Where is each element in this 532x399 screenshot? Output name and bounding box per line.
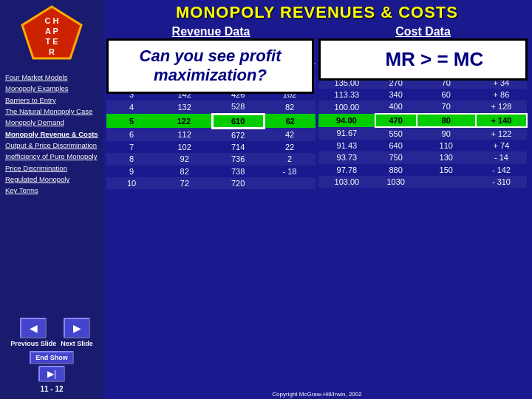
cost-cell: 91.67 [318,127,375,140]
cost-cell: 1030 [375,176,417,188]
revenue-cell: 528 [212,100,264,114]
sidebar-item-monopoly-examples[interactable]: Monopoly Examples [3,83,100,94]
cost-cell: 103.00 [318,176,375,188]
cost-cell: 80 [417,114,476,127]
svg-text:R: R [49,47,55,56]
cost-cell: + 122 [476,127,527,140]
prev-icon: ◀ [20,318,47,338]
sidebar-item-monopoly-revenue[interactable]: Monopoly Revenue & Costs [3,129,100,140]
revenue-cell: 42 [264,128,316,141]
cost-cell: 130 [417,151,476,163]
profit-max-text: Can you see profit maximization? [113,47,307,86]
cost-cell: 340 [375,89,417,100]
nav-buttons: ◀ Previous Slide ▶ Next Slide [10,318,93,348]
cost-cell: 70 [417,100,476,113]
sidebar-item-monopoly-demand[interactable]: Monopoly Demand [3,117,100,128]
next-icon: ▶ [64,318,90,338]
cost-cell: 470 [375,114,417,127]
cost-cell: 113.33 [318,89,375,100]
revenue-cell: 112 [157,128,212,141]
cost-cell: 110 [417,140,476,151]
chapter-logo: C H A P T E R [18,3,85,69]
end-row: End Show ▶| [30,351,74,382]
revenue-cell: 22 [264,141,316,153]
cost-cell: 400 [375,100,417,113]
copyright: Copyright McGraw-Hill/Irwin, 2002 [106,391,528,398]
cost-cell: + 74 [476,140,527,151]
revenue-cell: 720 [212,177,264,189]
revenue-cell: 6 [106,128,157,141]
next-label: Next Slide [61,340,93,348]
revenue-cell: 714 [212,141,264,153]
revenue-cell: 8 [106,153,157,165]
cost-cell: 150 [417,164,476,176]
revenue-cell: 92 [157,153,212,165]
price-190-label: $190 [363,55,383,65]
sidebar-item-key-terms[interactable]: Key Terms [3,185,100,196]
cost-cell: + 140 [476,114,527,127]
cost-cell: + 86 [476,89,527,100]
cost-cell: 91.43 [318,140,375,151]
slide-counter: 11 - 12 [40,385,63,393]
cost-cell: 97.78 [318,164,375,176]
sidebar: C H A P T E R Four Market Models Monopol… [0,0,103,399]
next-slide-button[interactable]: ▶ Next Slide [61,318,93,348]
revenue-cell: 9 [106,166,157,177]
revenue-cell: 5 [106,114,157,128]
svg-text:T E: T E [45,37,58,46]
sidebar-nav: Four Market Models Monopoly Examples Bar… [0,72,103,315]
cost-cell: 550 [375,127,417,140]
cost-cell: 640 [375,140,417,151]
sidebar-item-output-price[interactable]: Output & Price Discrimination [3,140,100,151]
previous-slide-button[interactable]: ◀ Previous Slide [10,318,56,348]
revenue-cell: 2 [264,153,316,165]
sidebar-item-price-discrimination[interactable]: Price Discrimination [3,163,100,174]
sidebar-item-regulated[interactable]: Regulated Monopoly [3,174,100,185]
revenue-cell: 10 [106,177,157,189]
revenue-cell: 82 [264,100,316,114]
revenue-cell: 736 [212,153,264,165]
page-title: MONOPOLY REVENUES & COSTS [106,3,528,22]
cost-cell: 880 [375,164,417,176]
mr-mc-overlay: $190 MR > = MC [318,38,528,81]
cost-cell [417,176,476,188]
content-area: Revenue Data Can you see profit maximiza… [106,25,528,389]
cost-cell: - 14 [476,151,527,163]
cost-cell: 90 [417,127,476,140]
sidebar-controls: ◀ Previous Slide ▶ Next Slide End Show ▶… [0,315,103,396]
sidebar-item-natural-monopoly[interactable]: The Natural Monopoly Case [3,106,100,117]
skip-to-end-button[interactable]: ▶| [38,366,65,382]
cost-cell: - 310 [476,176,527,188]
cost-cell: + 128 [476,100,527,113]
cost-cell: 750 [375,151,417,163]
revenue-cell [264,177,316,189]
revenue-section: Revenue Data Can you see profit maximiza… [106,25,316,389]
main-content: MONOPOLY REVENUES & COSTS Revenue Data C… [103,0,532,399]
revenue-cell: - 18 [264,166,316,177]
cost-cell: 94.00 [318,114,375,127]
revenue-cell: 738 [212,166,264,177]
prev-label: Previous Slide [10,340,56,348]
cost-section: Cost Data $190 MR > = MC AverageTotalCos… [318,25,528,389]
sidebar-item-barriers[interactable]: Barriers to Entry [3,95,100,106]
cost-cell: - 142 [476,164,527,176]
cost-cell: 93.73 [318,151,375,163]
svg-text:A P: A P [45,27,58,35]
revenue-cell: 672 [212,128,264,141]
revenue-cell: 62 [264,114,316,128]
end-show-button[interactable]: End Show [30,351,74,364]
revenue-cell: 72 [157,177,212,189]
revenue-cell: 122 [157,114,212,128]
revenue-cell: 4 [106,100,157,114]
revenue-cell: 102 [157,141,212,153]
revenue-cell: 82 [157,166,212,177]
revenue-title: Revenue Data [106,25,316,38]
sidebar-item-four-market-models[interactable]: Four Market Models [3,72,100,83]
svg-text:C H: C H [45,16,59,25]
revenue-cell: 610 [212,114,264,128]
sidebar-item-inefficiency[interactable]: Inefficiency of Pure Monopoly [3,151,100,162]
revenue-cell: 7 [106,141,157,153]
cost-cell: 100.00 [318,100,375,113]
revenue-cell: 132 [157,100,212,114]
cost-title: Cost Data [318,25,528,38]
